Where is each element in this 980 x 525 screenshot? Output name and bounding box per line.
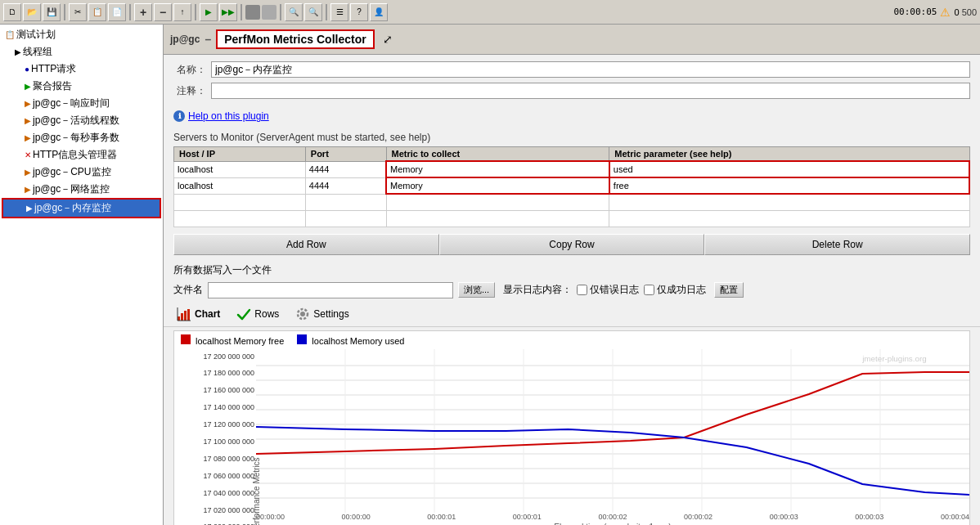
tab-chart[interactable]: Chart xyxy=(173,305,223,323)
delete-row-button[interactable]: Delete Row xyxy=(704,234,970,255)
about-button[interactable]: 👤 xyxy=(370,3,388,21)
help-icon: ℹ xyxy=(173,110,185,122)
success-log-checkbox[interactable] xyxy=(644,285,654,295)
cell-host: localhost xyxy=(174,161,306,177)
move-up-button[interactable]: ↑ xyxy=(173,3,191,21)
comment-input[interactable] xyxy=(211,83,970,99)
right-panel: jp@gc – PerfMon Metrics Collector ⤢ 名称： … xyxy=(164,25,980,525)
jp-network-icon: ▶ xyxy=(25,185,31,194)
rows-tab-label: Rows xyxy=(254,308,279,320)
settings-tab-icon xyxy=(295,307,310,321)
name-input[interactable] xyxy=(211,61,970,78)
component-header: jp@gc – PerfMon Metrics Collector ⤢ xyxy=(164,25,980,55)
save-button[interactable]: 💾 xyxy=(43,3,61,21)
servers-label: Servers to Monitor (ServerAgent must be … xyxy=(173,132,970,143)
svg-rect-3 xyxy=(187,309,190,321)
cut-button[interactable]: ✂ xyxy=(69,3,87,21)
new-button[interactable]: 🗋 xyxy=(3,3,21,21)
svg-rect-2 xyxy=(184,311,187,321)
left-panel: 📋 测试计划 ▶ 线程组 ● HTTP请求 ▶ 聚合报告 ▶ jp@gc－响应时… xyxy=(0,25,164,525)
warning-icon: ⚠ xyxy=(940,6,951,19)
error-log-checkbox-label[interactable]: 仅错误日志 xyxy=(577,283,639,297)
legend-blue: localhost Memory used xyxy=(297,334,404,346)
sidebar-item-jp-memory[interactable]: ▶ jp@gc－内存监控 xyxy=(2,198,161,218)
jp-threads-icon: ▶ xyxy=(25,116,31,125)
add-row-button[interactable]: Add Row xyxy=(173,234,439,255)
success-log-checkbox-label[interactable]: 仅成功日志 xyxy=(644,283,706,297)
sidebar-item-thread-group[interactable]: ▶ 线程组 xyxy=(2,43,161,61)
http-mirror-icon: ✕ xyxy=(25,150,31,159)
help-link[interactable]: Help on this plugin xyxy=(188,110,269,122)
sidebar-item-http-mirror[interactable]: ✕ HTTP信息头管理器 xyxy=(2,146,161,164)
tab-settings[interactable]: Settings xyxy=(292,305,352,323)
tab-rows[interactable]: Rows xyxy=(233,305,282,323)
jp-tps-icon: ▶ xyxy=(25,133,31,142)
file-name-input[interactable] xyxy=(208,282,453,298)
settings-tab-label: Settings xyxy=(313,308,348,320)
col-port: Port xyxy=(305,147,386,162)
y-label-2: 17 160 000 000 xyxy=(176,386,254,394)
run-button[interactable]: ▶ xyxy=(200,3,218,21)
http-label: HTTP请求 xyxy=(31,62,76,76)
legend-red-label: localhost Memory free xyxy=(196,336,284,346)
stop-now-button[interactable] xyxy=(262,5,276,20)
copy-row-button[interactable]: Copy Row xyxy=(439,234,705,255)
cell-param[interactable]: free xyxy=(609,177,969,194)
table-btn-row: Add Row Copy Row Delete Row xyxy=(173,234,970,255)
run-all-button[interactable]: ▶▶ xyxy=(219,3,237,21)
cell-host: localhost xyxy=(174,177,306,194)
open-button[interactable]: 📂 xyxy=(23,3,41,21)
cell-metric[interactable]: Memory xyxy=(386,177,609,194)
sep5 xyxy=(280,4,281,20)
sep4 xyxy=(241,4,242,20)
sidebar-item-jp-response[interactable]: ▶ jp@gc－响应时间 xyxy=(2,95,161,112)
tree-root[interactable]: 📋 测试计划 xyxy=(2,26,161,43)
file-row: 文件名 浏览... 显示日志内容： 仅错误日志 仅成功日志 配置 xyxy=(164,279,980,302)
help-button[interactable]: ? xyxy=(350,3,368,21)
svg-rect-1 xyxy=(181,313,183,321)
copy-button[interactable]: 📋 xyxy=(88,3,106,21)
jp-memory-label: jp@gc－内存监控 xyxy=(34,201,111,215)
chart-svg: jmeter-plugins.org xyxy=(256,349,969,513)
expand-icon[interactable]: ⤢ xyxy=(383,33,393,46)
jp-response-icon: ▶ xyxy=(25,99,31,108)
y-label-4: 17 120 000 000 xyxy=(176,420,254,429)
file-name-label: 文件名 xyxy=(173,283,203,297)
y-label-9: 17 020 000 000 xyxy=(176,506,254,514)
y-label-3: 17 140 000 000 xyxy=(176,403,254,411)
thread-group-icon: ▶ xyxy=(15,47,21,56)
sidebar-item-agg-report[interactable]: ▶ 聚合报告 xyxy=(2,78,161,95)
sidebar-item-jp-tps[interactable]: ▶ jp@gc－每秒事务数 xyxy=(2,129,161,146)
jp-tps-label: jp@gc－每秒事务数 xyxy=(33,131,119,145)
sidebar-item-http-request[interactable]: ● HTTP请求 xyxy=(2,61,161,78)
cell-metric[interactable]: Memory xyxy=(386,161,609,177)
paste-button[interactable]: 📄 xyxy=(108,3,126,21)
table-empty-row xyxy=(174,194,970,210)
agg-icon: ▶ xyxy=(25,82,31,91)
table-row[interactable]: localhost 4444 Memory used xyxy=(174,161,970,177)
table-row[interactable]: localhost 4444 Memory free xyxy=(174,177,970,194)
x-axis-title: Elapsed time (granularity: 1 sec) xyxy=(256,523,969,526)
stop-button[interactable] xyxy=(245,5,260,20)
sidebar-item-jp-network[interactable]: ▶ jp@gc－网络监控 xyxy=(2,181,161,198)
x-label-6: 00:00:03 xyxy=(770,513,798,521)
error-log-checkbox[interactable] xyxy=(577,285,587,295)
list-button[interactable]: ☰ xyxy=(330,3,348,21)
config-button[interactable]: 配置 xyxy=(714,282,744,298)
y-axis-title: Performance Metrics xyxy=(252,446,261,526)
watermark-text: jmeter-plugins.org xyxy=(861,354,927,363)
name-label: 名称： xyxy=(173,63,206,77)
browse-button[interactable]: 浏览... xyxy=(458,282,495,298)
remove-button[interactable]: − xyxy=(154,3,172,21)
add-button[interactable]: + xyxy=(134,3,152,21)
clear-button[interactable]: 🔍 xyxy=(304,3,322,21)
sidebar-item-jp-cpu[interactable]: ▶ jp@gc－CPU监控 xyxy=(2,164,161,181)
toolbar: 🗋 📂 💾 ✂ 📋 📄 + − ↑ ▶ ▶▶ 🔍 🔍 ☰ ? 👤 00:00:0… xyxy=(0,0,980,25)
cell-param[interactable]: used xyxy=(609,161,969,177)
comment-row: 注释： xyxy=(173,83,970,99)
search-button[interactable]: 🔍 xyxy=(285,3,303,21)
x-label-7: 00:00:03 xyxy=(855,513,883,521)
success-log-label: 仅成功日志 xyxy=(657,283,706,297)
form-area: 名称： 注释： xyxy=(164,55,980,110)
sidebar-item-jp-threads[interactable]: ▶ jp@gc－活动线程数 xyxy=(2,112,161,129)
